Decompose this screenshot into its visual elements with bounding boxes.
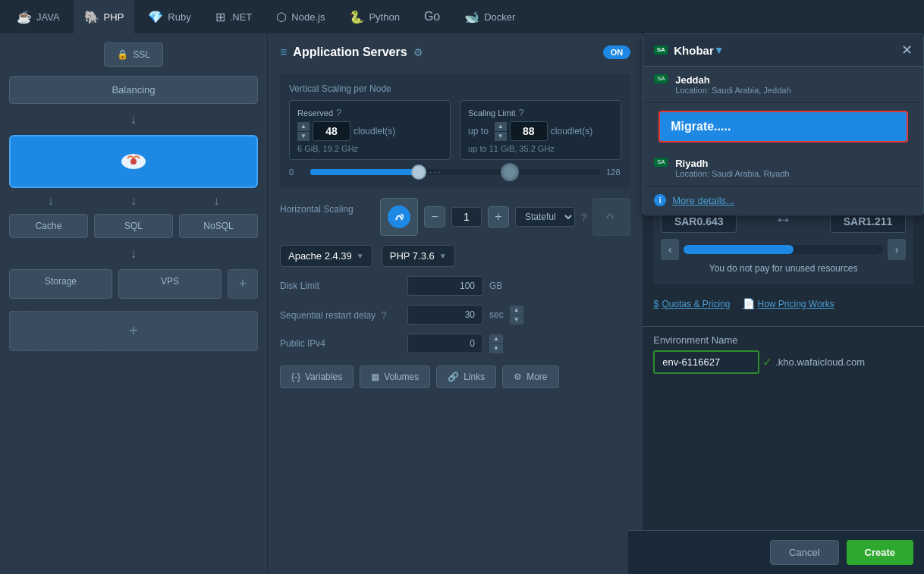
reserved-box: Reserved ? ▲ ▼ cloudlet(s) 6 GiB, 19.2 G… [289,100,451,160]
add-layer-button[interactable]: + [9,311,258,351]
restart-help-icon[interactable]: ? [381,309,386,321]
ruby-icon: 💎 [148,10,163,24]
env-name-label: Environment Name [653,334,913,346]
dropdown-item-riyadh[interactable]: SA Riyadh Location: Saudi Arabia, Riyadh [643,150,923,187]
php-node-icon [380,198,418,236]
dropdown-item-jeddah[interactable]: SA Jeddah Location: Saudi Arabia, Jeddah [643,67,923,103]
links-icon: 🔗 [448,372,459,382]
apache-version-select[interactable]: Apache 2.4.39 ▼ [280,245,372,267]
env-name-row: ✓ .kho.wafaicloud.com [653,350,913,374]
ipv4-down[interactable]: ▼ [489,344,503,353]
scaling-slider[interactable]: 0 ··· 128 [289,168,621,177]
php-server-icon [120,148,147,175]
reserved-stepper[interactable]: ▲ ▼ [297,122,310,141]
region-dropdown: SA Khobar ▼ ✕ SA Jeddah Location: Saudi … [643,33,924,215]
doc-icon: 📄 [743,298,755,309]
config-panel: ≡ Application Servers ⚙ ON Vertical Scal… [268,33,643,574]
nosql-node[interactable]: NoSQL [179,214,258,238]
disk-label: Disk Limit [280,281,401,291]
reserved-input[interactable] [313,121,350,141]
volumes-button[interactable]: ▦ Volumes [360,365,430,388]
php-server-node[interactable] [9,135,258,188]
more-icon: ⚙ [514,372,522,382]
price-slider-track[interactable]: · · · · · · · [684,245,883,254]
price-prev-btn[interactable]: ‹ [661,239,679,260]
restart-stepper[interactable]: ▲ ▼ [510,306,523,325]
action-buttons: {-} Variables ▦ Volumes 🔗 Links ⚙ More [280,365,630,388]
pricing-links: $ Quotas & Pricing 📄 How Pricing Works [653,292,913,315]
ssl-button[interactable]: 🔒 SSL [104,42,163,67]
docker-icon: 🐋 [464,10,479,24]
volumes-icon: ▦ [371,372,379,382]
add-node-button[interactable]: + [228,269,258,299]
slider-min: 0 [289,168,304,177]
env-name-section: Environment Name ✓ .kho.wafaicloud.com [643,326,924,381]
storage-node[interactable]: Storage [9,269,112,299]
net-icon: ⊞ [215,10,225,24]
tab-docker[interactable]: 🐋 Docker [454,0,526,33]
tab-ruby[interactable]: 💎 Ruby [137,0,201,33]
edit-icon[interactable]: ⚙ [413,46,423,58]
env-name-input[interactable] [653,350,759,374]
scaling-limit-input[interactable] [510,121,548,141]
bottom-bar: Cancel Create [628,530,924,574]
bottom-nodes: Cache SQL NoSQL [9,214,258,238]
reserved-down[interactable]: ▼ [297,132,310,141]
sql-node[interactable]: SQL [94,214,173,238]
create-button[interactable]: Create [847,540,913,565]
ipv4-up[interactable]: ▲ [489,334,503,343]
tab-net[interactable]: ⊞ .NET [205,0,263,33]
lock-icon: 🔒 [117,49,128,60]
arrow-down: ↓ [9,110,258,129]
scaling-limit-up[interactable]: ▲ [495,122,507,131]
tab-python[interactable]: 🐍 Python [338,0,410,33]
slider-track[interactable]: ··· [310,169,600,175]
scaling-limit-down[interactable]: ▼ [495,132,507,141]
balancing-node: Balancing [9,76,258,104]
h-count-input[interactable] [451,207,482,227]
tab-nodejs[interactable]: ⬡ Node.js [266,0,335,33]
reserved-help-icon[interactable]: ? [336,107,341,118]
dropdown-current-region: SA Khobar [654,44,714,57]
vps-node[interactable]: VPS [118,269,222,299]
toggle-on[interactable]: ON [603,45,631,59]
restart-value: 30 [407,305,483,325]
placeholder-icon [602,208,621,226]
disk-unit: GB [489,281,502,291]
migrate-button[interactable]: Migrate..... [658,111,908,143]
how-pricing-link[interactable]: 📄 How Pricing Works [743,298,834,309]
cancel-button[interactable]: Cancel [770,540,838,565]
dropdown-chevron-icon[interactable]: ▼ [714,44,724,56]
tab-php[interactable]: 🐘 PHP [74,0,135,33]
storage-nodes: Storage VPS + [9,269,258,299]
left-panel: 🔒 SSL Balancing ↓ ↓↓↓ Cache SQL [0,33,268,574]
horizontal-scaling-section: Horizontal Scaling − + Statef [280,198,630,236]
dropdown-close-button[interactable]: ✕ [901,42,913,58]
tab-java[interactable]: ☕ JAVA [6,0,71,33]
tab-go[interactable]: Go GO [413,0,451,33]
version-row: Apache 2.4.39 ▼ PHP 7.3.6 ▼ [280,245,630,267]
quotas-pricing-link[interactable]: $ Quotas & Pricing [653,298,730,309]
ipv4-stepper[interactable]: ▲ ▼ [489,334,503,353]
stateful-help-icon[interactable]: ? [581,212,586,223]
h-count-minus[interactable]: − [424,206,445,227]
node-placeholder-button[interactable] [592,198,630,236]
disk-limit-row: Disk Limit 100 GB [280,276,630,296]
scaling-limit-help-icon[interactable]: ? [518,107,523,118]
jeddah-flag: SA [654,74,668,83]
restart-down[interactable]: ▼ [510,315,523,325]
restart-up[interactable]: ▲ [510,306,523,315]
stateful-select[interactable]: Stateful [515,207,575,227]
php-icon: 🐘 [84,10,99,24]
links-button[interactable]: 🔗 Links [436,365,496,388]
variables-button[interactable]: {-} Variables [280,365,354,388]
scaling-row: Reserved ? ▲ ▼ cloudlet(s) 6 GiB, 19.2 G… [289,100,621,160]
php-version-select[interactable]: PHP 7.3.6 ▼ [382,245,455,267]
reserved-up[interactable]: ▲ [297,122,310,131]
price-next-btn[interactable]: › [888,239,906,260]
cache-node[interactable]: Cache [9,214,88,238]
h-count-plus[interactable]: + [488,206,509,227]
scaling-limit-stepper[interactable]: ▲ ▼ [495,122,507,141]
more-button[interactable]: ⚙ More [502,365,558,388]
more-details-link[interactable]: i More details... [643,187,923,215]
